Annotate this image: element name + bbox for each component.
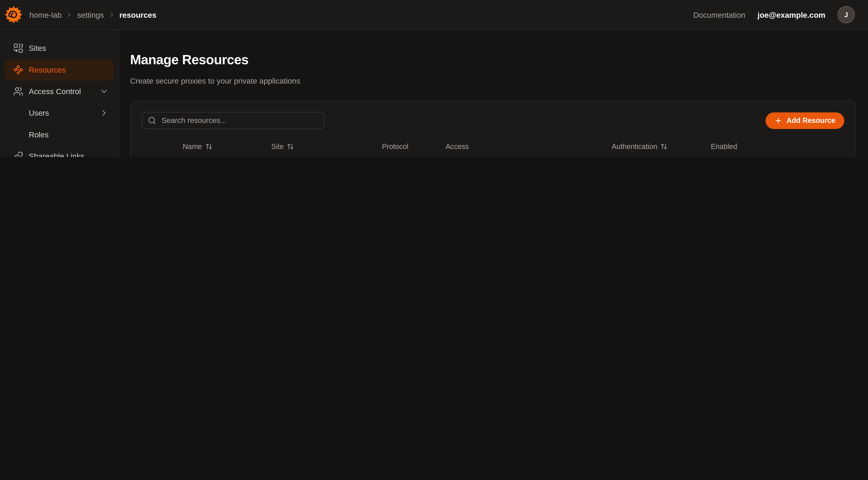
- breadcrumb-settings[interactable]: settings: [77, 10, 104, 19]
- top-bar: home-lab settings resources Documentatio…: [0, 0, 868, 30]
- sidebar-item-label: Roles: [29, 130, 49, 139]
- page-subtitle: Create secure proxies to your private ap…: [130, 77, 856, 85]
- chevron-right-icon: [108, 11, 115, 18]
- sidebar-item-sites[interactable]: Sites: [4, 38, 114, 59]
- chevron-right-icon: [100, 109, 108, 117]
- sidebar-item-resources[interactable]: Resources: [4, 59, 114, 80]
- resources-table: Name Site Protocol Access Authentication: [142, 136, 844, 157]
- pangolin-logo[interactable]: [4, 6, 23, 24]
- plus-icon: [774, 117, 782, 124]
- sidebar-item-access-control[interactable]: Access Control: [4, 81, 114, 102]
- sidebar-item-label: Resources: [29, 65, 66, 74]
- sidebar-item-label: Access Control: [29, 87, 81, 96]
- topbar-right: Documentation joe@example.com J: [693, 6, 855, 23]
- sidebar-item-label: Sites: [29, 44, 46, 53]
- documentation-link[interactable]: Documentation: [693, 10, 745, 19]
- avatar[interactable]: J: [838, 6, 855, 23]
- breadcrumb-org[interactable]: home-lab: [29, 10, 62, 19]
- header-authentication: Authentication: [600, 142, 703, 150]
- sort-icon[interactable]: [287, 143, 294, 150]
- app-window: home-lab settings resources Documentatio…: [0, 0, 868, 157]
- header-name: Name: [183, 142, 271, 150]
- user-email[interactable]: joe@example.com: [757, 10, 825, 19]
- header-site: Site: [271, 142, 382, 150]
- table-header-row: Name Site Protocol Access Authentication: [142, 136, 844, 157]
- card-toolbar: Add Resource: [142, 112, 844, 129]
- link-icon: [13, 151, 23, 157]
- resources-card: Add Resource Name Site P: [130, 100, 856, 157]
- search-box: [142, 112, 324, 129]
- main-content: Manage Resources Create secure proxies t…: [119, 30, 868, 157]
- sort-icon[interactable]: [661, 143, 668, 150]
- breadcrumb-resources[interactable]: resources: [119, 10, 157, 19]
- add-resource-button[interactable]: Add Resource: [766, 112, 844, 129]
- sidebar-item-label: Users: [29, 109, 49, 117]
- sidebar-item-shareable-links[interactable]: Shareable Links: [4, 146, 114, 157]
- add-resource-label: Add Resource: [786, 116, 835, 125]
- chevron-down-icon: [100, 87, 108, 96]
- sidebar-item-label: Shareable Links: [29, 152, 84, 157]
- sidebar: Sites Resources Access Control Users Rol…: [0, 30, 119, 157]
- sidebar-item-roles[interactable]: Roles: [4, 124, 114, 145]
- users-icon: [13, 86, 23, 96]
- page-title: Manage Resources: [130, 52, 856, 68]
- search-icon: [148, 116, 156, 125]
- header-enabled: Enabled: [703, 142, 778, 150]
- breadcrumb: home-lab settings resources: [29, 10, 156, 19]
- resources-icon: [13, 65, 23, 75]
- sort-icon[interactable]: [205, 143, 212, 150]
- search-input[interactable]: [160, 116, 318, 125]
- avatar-initial: J: [844, 11, 848, 19]
- sites-icon: [13, 43, 23, 53]
- header-access: Access: [446, 142, 601, 150]
- sidebar-item-users[interactable]: Users: [4, 102, 114, 123]
- header-protocol: Protocol: [382, 142, 446, 150]
- chevron-right-icon: [66, 11, 73, 18]
